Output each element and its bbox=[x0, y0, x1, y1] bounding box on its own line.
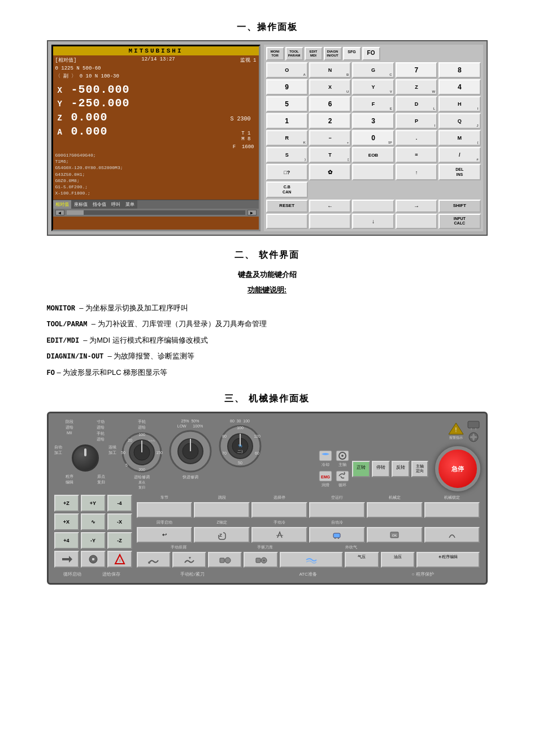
btn-extra2[interactable] bbox=[424, 527, 480, 543]
btn-blow[interactable] bbox=[280, 552, 344, 568]
rapid-dial[interactable] bbox=[168, 429, 213, 474]
spindle-stop-btn[interactable]: 停转 bbox=[372, 461, 390, 477]
fo-key[interactable]: FO bbox=[362, 47, 380, 61]
key-T[interactable]: T[ bbox=[309, 147, 351, 163]
key-P[interactable]: PI bbox=[396, 113, 437, 129]
axis-extra1[interactable] bbox=[54, 551, 79, 568]
tool-param-key[interactable]: TOOLPARAM bbox=[285, 47, 303, 61]
btn-oil[interactable]: 油压 bbox=[381, 552, 415, 568]
axis-btn-my[interactable]: -Y bbox=[81, 532, 106, 549]
key-1[interactable]: 1 bbox=[266, 113, 308, 129]
key-question[interactable]: □? bbox=[266, 164, 308, 180]
diagn-key[interactable]: DIAGNIN/OUT bbox=[324, 47, 342, 61]
reset-key[interactable]: RESET bbox=[266, 200, 308, 213]
axis-extra2[interactable] bbox=[81, 551, 106, 568]
btn-z-lock[interactable]: Z bbox=[194, 527, 250, 543]
key-equals[interactable]: = bbox=[396, 147, 437, 163]
axis-btn-mz[interactable]: -Z bbox=[107, 532, 132, 549]
btn-home-start[interactable]: ↩ bbox=[137, 527, 193, 543]
key-slash[interactable]: /# bbox=[439, 147, 480, 163]
key-0[interactable]: 0SP bbox=[352, 130, 394, 146]
key-Z[interactable]: ZW bbox=[396, 79, 437, 95]
emergency-stop-btn[interactable]: 急停 bbox=[435, 446, 480, 491]
btn-mach-lock2[interactable] bbox=[424, 502, 480, 518]
btn-chip2[interactable] bbox=[172, 552, 206, 568]
btn-opt-stop[interactable] bbox=[251, 502, 307, 518]
chip2-icon bbox=[183, 555, 196, 565]
key-X[interactable]: XU bbox=[309, 79, 351, 95]
key-8[interactable]: 8 bbox=[439, 62, 480, 78]
key-6[interactable]: 6 bbox=[309, 96, 351, 112]
mode-knob[interactable] bbox=[72, 444, 99, 472]
axis-btn-wave[interactable]: ∿ bbox=[81, 513, 106, 530]
key-macro[interactable]: ✿ bbox=[309, 164, 351, 180]
axis-btn-p4[interactable]: +4 bbox=[54, 532, 79, 549]
key-7[interactable]: 7 bbox=[396, 62, 437, 78]
input-calc-key[interactable]: INPUTCALC bbox=[439, 214, 480, 229]
axis-btn-px[interactable]: +X bbox=[54, 513, 79, 530]
down-arrow-key[interactable]: ↓ bbox=[352, 214, 394, 229]
btn-dry-run[interactable] bbox=[309, 502, 365, 518]
btn-manual-cool[interactable] bbox=[251, 527, 307, 543]
btn-prog-edit[interactable]: ⊕程序编辑 bbox=[416, 552, 480, 568]
cnc-brand: MITSUBISHI bbox=[53, 46, 259, 55]
key-F[interactable]: FE bbox=[352, 96, 394, 112]
edit-mdi-key[interactable]: EDITMDI bbox=[305, 47, 323, 61]
key-D[interactable]: DL bbox=[396, 96, 437, 112]
monitor-key[interactable]: MONITOR bbox=[266, 47, 284, 61]
feed-dial[interactable]: 100 150 200 50 20 5 ∿∿∿ bbox=[121, 431, 163, 474]
key-del-ins[interactable]: DELINS bbox=[439, 164, 480, 180]
left-arrow-key[interactable]: ← bbox=[309, 200, 351, 213]
btn-tool-mag1[interactable] bbox=[208, 552, 242, 568]
key-9[interactable]: 9 bbox=[266, 79, 308, 95]
key-3[interactable]: 3 bbox=[352, 113, 394, 129]
axis-btn-pz[interactable]: +Z bbox=[54, 495, 79, 512]
z-label: Z bbox=[58, 114, 71, 123]
axis-btn-py[interactable]: +Y bbox=[81, 495, 106, 512]
btn-skip[interactable] bbox=[194, 502, 250, 518]
tab-command[interactable]: 指令值 bbox=[90, 200, 109, 209]
right-arrow-key[interactable]: → bbox=[396, 200, 437, 213]
key-S[interactable]: S) bbox=[266, 147, 308, 163]
key-G[interactable]: GC bbox=[352, 62, 394, 78]
tab-call[interactable]: 呼叫 bbox=[109, 200, 123, 209]
key-H[interactable]: HI bbox=[439, 96, 480, 112]
tab-menu[interactable]: 菜单 bbox=[123, 200, 137, 209]
spindle-reverse-btn[interactable]: 反转 bbox=[392, 461, 410, 477]
key-4[interactable]: 4 bbox=[439, 79, 480, 95]
sfg-key[interactable]: SFG bbox=[343, 47, 361, 61]
key-R[interactable]: RK bbox=[266, 130, 308, 146]
btn-extra1[interactable]: OK bbox=[367, 527, 423, 543]
btn-jump[interactable] bbox=[137, 502, 193, 518]
key-minus[interactable]: −+ bbox=[309, 130, 351, 146]
y-value: -250.000 bbox=[71, 97, 130, 110]
key-cb-can[interactable]: C.BCAN bbox=[266, 182, 308, 198]
btn-chip1[interactable] bbox=[137, 552, 171, 568]
tab-coord[interactable]: 座标值 bbox=[72, 200, 90, 209]
scroll-right-btn[interactable]: ▶ bbox=[248, 210, 257, 215]
key-O[interactable]: OA bbox=[266, 62, 308, 78]
spindle-orient-btn[interactable]: 主轴定向 bbox=[411, 461, 428, 477]
key-dot[interactable]: . bbox=[396, 130, 437, 146]
key-up[interactable]: ↑ bbox=[396, 164, 437, 180]
btn-tool-mag2[interactable]: + bbox=[244, 552, 277, 568]
btn-auto-cool[interactable] bbox=[309, 527, 365, 543]
key-Q[interactable]: QJ bbox=[439, 113, 480, 129]
spindle-forward-btn[interactable]: 正转 bbox=[352, 461, 370, 477]
shift-key[interactable]: SHIFT bbox=[439, 200, 480, 213]
axis-btn-m4[interactable]: -4 bbox=[107, 495, 132, 512]
key-5[interactable]: 5 bbox=[266, 96, 308, 112]
key-M[interactable]: M( bbox=[439, 130, 480, 146]
axis-extra3[interactable]: ! bbox=[107, 551, 132, 568]
key-eob[interactable]: EOB bbox=[352, 147, 394, 163]
key-N[interactable]: NB bbox=[309, 62, 351, 78]
speed-dial[interactable]: 100 120 80 60 70 50 % 二⟩ bbox=[218, 424, 263, 469]
key-Y[interactable]: YV bbox=[352, 79, 394, 95]
axis-btn-mx[interactable]: -X bbox=[107, 513, 132, 530]
cnc-keypad: MONITOR TOOLPARAM EDITMDI DIAGNIN/OUT SF… bbox=[264, 45, 483, 231]
key-2[interactable]: 2 bbox=[309, 113, 351, 129]
tab-relative[interactable]: 相对值 bbox=[53, 200, 72, 209]
scroll-left-btn[interactable]: ◀ bbox=[55, 210, 64, 215]
btn-mach-lock1[interactable] bbox=[367, 502, 423, 518]
btn-pressure[interactable]: 气压 bbox=[345, 552, 379, 568]
